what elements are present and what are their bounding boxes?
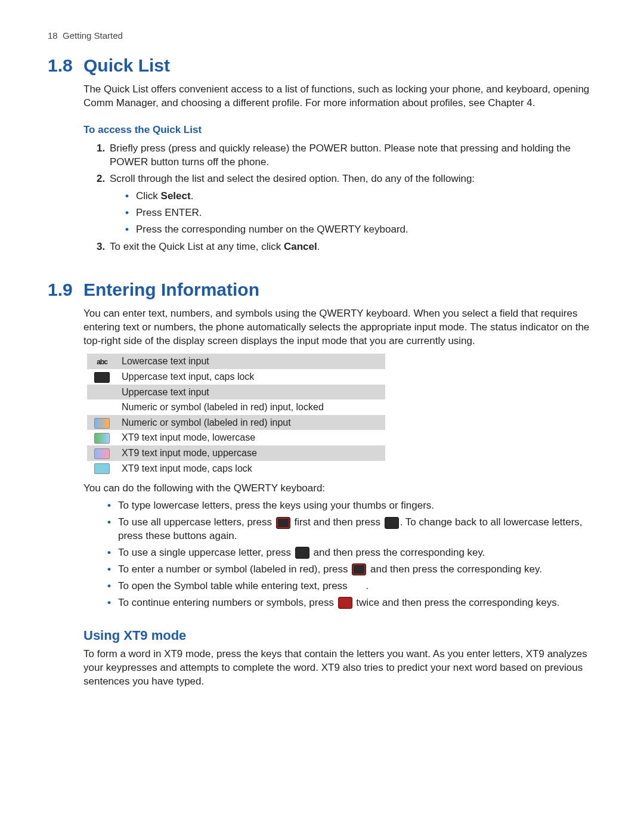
step-2-options: Click Select. Press ENTER. Press the cor… <box>125 190 602 237</box>
mode-label: XT9 text input mode, uppercase <box>117 445 385 461</box>
section-1-9-body: You can enter text, numbers, and symbols… <box>83 307 602 610</box>
shift-key-icon <box>295 547 309 559</box>
list-item: To open the Symbol table while entering … <box>107 580 602 593</box>
input-modes-table: abc Lowercase text input Uppercase text … <box>87 354 385 476</box>
list-item: To enter a number or symbol (labeled in … <box>107 563 602 577</box>
section-heading-1-8: 1.8 Quick List <box>48 54 602 78</box>
step-2: 2. Scroll through the list and select th… <box>97 172 602 186</box>
section-number: 1.8 <box>48 54 83 78</box>
fn-key-icon <box>338 597 352 609</box>
table-row: Uppercase text input, caps lock <box>87 369 385 385</box>
xt9-paragraph: To form a word in XT9 mode, press the ke… <box>83 648 602 689</box>
shift-key-icon <box>385 517 399 529</box>
document-page: 18 Getting Started 1.8 Quick List The Qu… <box>0 0 644 728</box>
mode-label: Numeric or symbol (labeled in red) input… <box>117 400 385 415</box>
xt9-capslock-icon <box>94 463 110 474</box>
list-item: To continue entering numbers or symbols,… <box>107 596 602 610</box>
section-number: 1.9 <box>48 278 83 302</box>
numbered-steps: 1. Briefly press (press and quickly rele… <box>97 142 602 187</box>
list-item: To use a single uppercase letter, press … <box>107 546 602 560</box>
numbered-steps-cont: 3. To exit the Quick List at any time, c… <box>97 240 602 254</box>
list-item: Click Select. <box>125 190 602 203</box>
mode-label: XT9 text input mode, caps lock <box>117 461 385 476</box>
table-row: abc Lowercase text input <box>87 354 385 369</box>
xt9-upper-icon <box>94 448 110 459</box>
mode-label: Uppercase text input, caps lock <box>117 369 385 385</box>
subsection-using-xt9: Using XT9 mode <box>83 627 602 645</box>
table-row: Numeric or symbol (labeled in red) input <box>87 415 385 431</box>
section-heading-1-9: 1.9 Entering Information <box>48 278 602 302</box>
after-table-text: You can do the following with the QWERTY… <box>83 482 602 496</box>
table-row: XT9 text input mode, caps lock <box>87 461 385 476</box>
list-item: To use all uppercase letters, press firs… <box>107 516 602 543</box>
list-item: To type lowercase letters, press the key… <box>107 499 602 513</box>
step-text: Briefly press (press and quickly release… <box>110 142 602 169</box>
chapter-name: Getting Started <box>63 30 123 41</box>
list-item: Press the corresponding number on the QW… <box>125 223 602 237</box>
xt9-lower-icon <box>94 433 110 444</box>
table-row: XT9 text input mode, lowercase <box>87 430 385 445</box>
keyboard-tips: To type lowercase letters, press the key… <box>107 499 602 610</box>
mode-label: XT9 text input mode, lowercase <box>117 430 385 445</box>
table-row: XT9 text input mode, uppercase <box>87 445 385 461</box>
section-title: Quick List <box>83 54 170 78</box>
page-number: 18 <box>48 30 58 41</box>
section-1-8-body: The Quick List offers convenient access … <box>83 83 602 254</box>
running-header: 18 Getting Started <box>48 30 602 42</box>
step-text: To exit the Quick List at any time, clic… <box>110 240 602 254</box>
step-1: 1. Briefly press (press and quickly rele… <box>97 142 602 169</box>
mode-label: Numeric or symbol (labeled in red) input <box>117 415 385 431</box>
section-title: Entering Information <box>83 278 259 302</box>
step-3: 3. To exit the Quick List at any time, c… <box>97 240 602 254</box>
intro-paragraph: You can enter text, numbers, and symbols… <box>83 307 602 348</box>
xt9-body: To form a word in XT9 mode, press the ke… <box>83 648 602 689</box>
fn-key-icon <box>276 517 290 529</box>
list-item: Press ENTER. <box>125 206 602 220</box>
mode-label: Lowercase text input <box>117 354 385 369</box>
abc-icon: abc <box>95 357 109 367</box>
subheading-access-quick-list: To access the Quick List <box>83 123 602 137</box>
numeric-symbol-icon <box>94 418 110 429</box>
mode-label: Uppercase text input <box>117 385 385 400</box>
capslock-icon <box>94 372 110 383</box>
step-text: Scroll through the list and select the d… <box>110 172 602 186</box>
intro-paragraph: The Quick List offers convenient access … <box>83 83 602 110</box>
fn-key-icon <box>352 563 366 575</box>
table-row: Uppercase text input <box>87 385 385 400</box>
sym-key-icon <box>351 581 364 592</box>
table-row: Numeric or symbol (labeled in red) input… <box>87 400 385 415</box>
